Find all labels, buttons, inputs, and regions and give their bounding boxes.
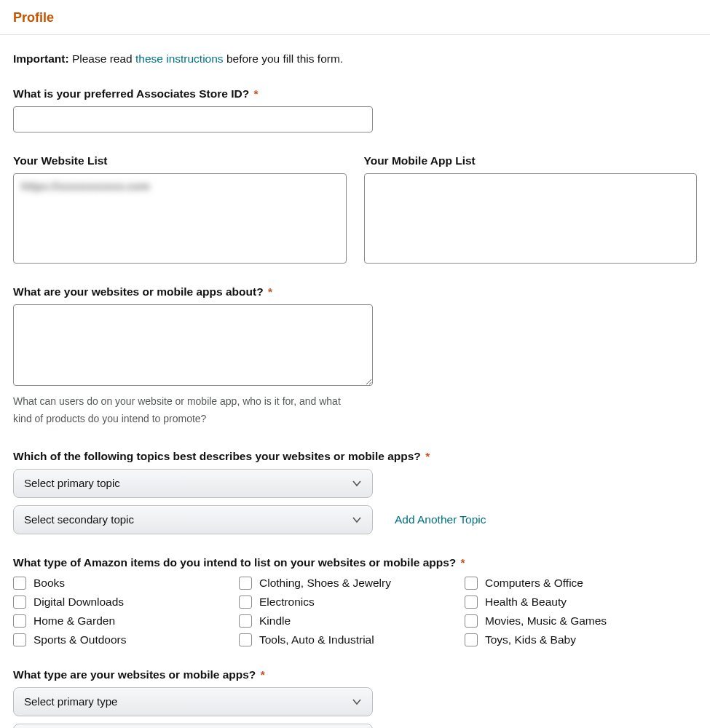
about-textarea[interactable]	[13, 304, 373, 386]
item-type-label: Health & Beauty	[485, 596, 567, 609]
page-header: Profile	[0, 0, 710, 35]
website-list-box[interactable]: https://xxxxxxxxxxx.com	[13, 173, 347, 264]
store-id-label: What is your preferred Associates Store …	[13, 87, 697, 100]
checkbox[interactable]	[13, 614, 26, 628]
checkbox[interactable]	[239, 577, 252, 590]
checkbox[interactable]	[13, 633, 26, 646]
item-type-label: Kindle	[259, 614, 291, 628]
checkbox[interactable]	[465, 577, 478, 590]
item-type-option[interactable]: Toys, Kids & Baby	[465, 633, 683, 646]
mobile-app-list-label: Your Mobile App List	[364, 154, 698, 167]
website-list-item-redacted: https://xxxxxxxxxxx.com	[21, 180, 150, 192]
primary-type-select[interactable]: Select primary type	[13, 687, 373, 716]
about-label: What are your websites or mobile apps ab…	[13, 285, 697, 298]
item-type-label: Digital Downloads	[33, 596, 124, 609]
checkbox[interactable]	[465, 633, 478, 646]
item-type-option[interactable]: Books	[13, 577, 232, 590]
intro-text: Important: Please read these instruction…	[13, 52, 697, 66]
item-type-label: Clothing, Shoes & Jewelry	[259, 577, 391, 590]
checkbox[interactable]	[13, 596, 26, 609]
item-type-option[interactable]: Clothing, Shoes & Jewelry	[239, 577, 457, 590]
checkbox[interactable]	[13, 577, 26, 590]
topics-label: Which of the following topics best descr…	[13, 450, 697, 463]
lists-row: Your Website List https://xxxxxxxxxxx.co…	[13, 154, 697, 264]
required-star: *	[253, 87, 258, 100]
about-group: What are your websites or mobile apps ab…	[13, 285, 697, 428]
item-type-label: Computers & Office	[485, 577, 583, 590]
intro-pre: Please read	[69, 52, 135, 65]
checkbox[interactable]	[465, 596, 478, 609]
item-types-group: What type of Amazon items do you intend …	[13, 556, 697, 646]
add-another-topic-link[interactable]: Add Another Topic	[395, 513, 486, 526]
important-label: Important:	[13, 52, 69, 65]
page-title: Profile	[13, 10, 54, 25]
store-id-group: What is your preferred Associates Store …	[13, 87, 697, 132]
item-type-option[interactable]: Electronics	[239, 596, 457, 609]
instructions-link[interactable]: these instructions	[135, 52, 224, 65]
secondary-topic-select[interactable]: Select secondary topic	[13, 505, 373, 534]
item-type-option[interactable]: Digital Downloads	[13, 596, 232, 609]
required-star: *	[268, 285, 272, 298]
primary-topic-placeholder: Select primary topic	[24, 477, 120, 489]
primary-topic-select[interactable]: Select primary topic	[13, 469, 373, 498]
checkbox[interactable]	[239, 596, 252, 609]
item-type-option[interactable]: Home & Garden	[13, 614, 232, 628]
item-type-label: Toys, Kids & Baby	[485, 633, 576, 646]
chevron-down-icon	[352, 515, 362, 525]
item-types-grid: BooksClothing, Shoes & JewelryComputers …	[13, 577, 683, 646]
item-type-option[interactable]: Movies, Music & Games	[465, 614, 683, 628]
secondary-topic-placeholder: Select secondary topic	[24, 513, 134, 526]
checkbox[interactable]	[239, 633, 252, 646]
item-type-label: Books	[33, 577, 65, 590]
required-star: *	[425, 450, 430, 462]
mobile-app-list-col: Your Mobile App List	[364, 154, 698, 264]
item-type-option[interactable]: Tools, Auto & Industrial	[239, 633, 457, 646]
chevron-down-icon	[352, 697, 362, 707]
item-type-option[interactable]: Sports & Outdoors	[13, 633, 232, 646]
website-list-label: Your Website List	[13, 154, 347, 167]
item-type-option[interactable]: Health & Beauty	[465, 596, 683, 609]
intro-post: before you fill this form.	[224, 52, 344, 65]
site-types-group: What type are your websites or mobile ap…	[13, 668, 697, 728]
secondary-type-select[interactable]: Select secondary type	[13, 724, 373, 728]
item-type-label: Tools, Auto & Industrial	[259, 633, 374, 646]
required-star: *	[461, 556, 465, 569]
about-help: What can users do on your website or mob…	[13, 393, 355, 428]
item-type-label: Electronics	[259, 596, 315, 609]
site-types-label: What type are your websites or mobile ap…	[13, 668, 697, 681]
item-type-label: Sports & Outdoors	[33, 633, 127, 646]
store-id-input[interactable]	[13, 106, 373, 132]
mobile-app-list-box[interactable]	[364, 173, 698, 264]
topics-group: Which of the following topics best descr…	[13, 450, 697, 534]
item-type-label: Movies, Music & Games	[485, 614, 607, 628]
required-star: *	[261, 668, 265, 681]
item-type-option[interactable]: Computers & Office	[465, 577, 683, 590]
item-types-label: What type of Amazon items do you intend …	[13, 556, 697, 569]
item-type-label: Home & Garden	[33, 614, 115, 628]
chevron-down-icon	[352, 478, 362, 488]
website-list-col: Your Website List https://xxxxxxxxxxx.co…	[13, 154, 347, 264]
checkbox[interactable]	[239, 614, 252, 628]
checkbox[interactable]	[465, 614, 478, 628]
form-content: Important: Please read these instruction…	[0, 35, 710, 728]
primary-type-placeholder: Select primary type	[24, 695, 117, 708]
item-type-option[interactable]: Kindle	[239, 614, 457, 628]
